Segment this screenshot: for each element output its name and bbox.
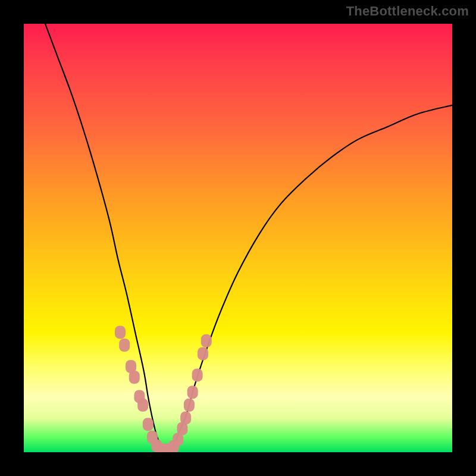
marker-point [115,325,126,339]
marker-point [201,334,212,347]
curve-layer [24,24,452,452]
watermark-text: TheBottleneck.com [346,4,469,19]
marker-point [192,368,203,381]
plot-area [24,24,452,452]
marker-point [129,371,140,384]
marker-point [198,347,208,360]
marker-point [184,399,195,412]
marker-point [137,399,148,412]
marker-point [143,418,154,431]
marker-point [187,386,198,399]
highlight-markers [115,325,212,452]
marker-point [180,411,191,424]
marker-point [119,339,130,352]
bottleneck-curve [45,24,452,450]
chart-frame: TheBottleneck.com [0,0,476,476]
